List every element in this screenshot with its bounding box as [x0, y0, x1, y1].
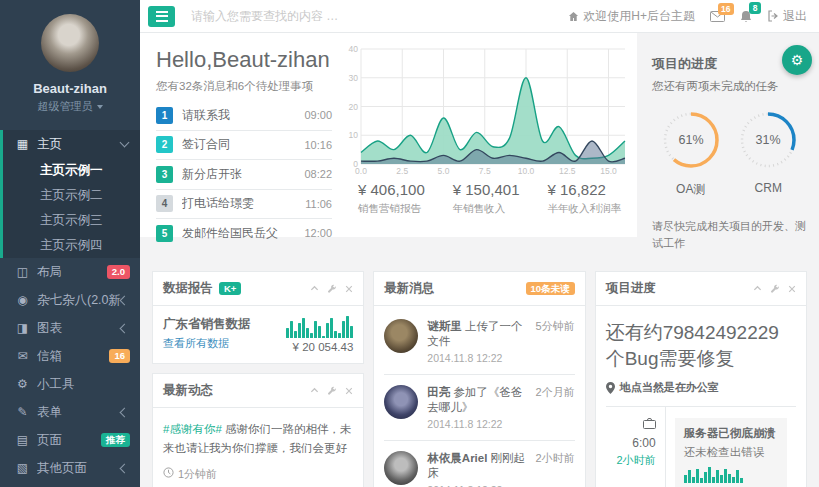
columns-icon: ◫ — [14, 265, 31, 279]
collapse-icon[interactable] — [310, 284, 319, 293]
message-item[interactable]: 田亮 参加了《爸爸去哪儿》2个月前2014.11.8 12:22 — [384, 375, 574, 441]
sidebar-item-label: 其他页面 — [37, 460, 121, 477]
todo-item[interactable]: 5发邮件给国民岳父12:00 — [156, 219, 332, 248]
envelope-icon: ✉ — [14, 349, 31, 363]
svg-text:10.0: 10.0 — [518, 166, 535, 176]
sidebar-subitem-4[interactable]: 主页示例四 — [3, 233, 140, 258]
svg-text:12.5: 12.5 — [559, 166, 576, 176]
sidebar-item-label: 小工具 — [37, 376, 130, 393]
sidebar-toggle-button[interactable] — [148, 6, 175, 27]
todo-item[interactable]: 4打电话给璟雯11:06 — [156, 190, 332, 220]
project-timeline-panel: 项目进度 还有约79842492229个Bug需要修复 地点当然是在办公室 6:… — [595, 271, 807, 487]
welcome-panel: Hello,Beaut-zihan 您有32条消息和6个待处理事项 1请联系我0… — [140, 33, 637, 237]
notifications-icon-button[interactable]: 8 — [740, 10, 752, 23]
sidebar-item-mailbox[interactable]: ✉信箱16 — [0, 342, 140, 370]
spark-bar — [330, 318, 333, 338]
briefcase-icon — [643, 418, 656, 432]
todo-badge: 4 — [156, 195, 173, 212]
sidebar-item-layout[interactable]: ◫布局2.0 — [0, 258, 140, 286]
spark-bar — [708, 467, 711, 483]
sidebar-subitem-2[interactable]: 主页示例二 — [3, 183, 140, 208]
svg-text:31%: 31% — [756, 133, 781, 147]
clock-icon — [163, 465, 174, 483]
spark-bar — [728, 474, 731, 484]
todo-time: 12:00 — [304, 227, 332, 239]
svg-text:5.0: 5.0 — [438, 166, 450, 176]
message-ago: 5分钟前 — [536, 319, 575, 349]
todo-time: 11:06 — [305, 198, 332, 210]
view-all-data-link[interactable]: 查看所有数据 — [163, 336, 229, 351]
welcome-subtitle: 您有32条消息和6个待处理事项 — [156, 79, 332, 94]
collapse-icon[interactable] — [753, 284, 762, 293]
sidebar-item-home[interactable]: ▦主页 — [3, 130, 140, 158]
notifications-badge: 8 — [749, 2, 761, 15]
sidebar-item-other-pages[interactable]: ▧其他页面 — [0, 454, 140, 482]
messages-badge: 16 — [718, 3, 734, 16]
message-item[interactable]: 谜斯里 上传了一个文件5分钟前2014.11.8 12:22 — [384, 316, 574, 375]
avatar[interactable] — [41, 14, 99, 72]
sidebar-item-misc[interactable]: ◉杂七杂八(2.0新增) — [0, 286, 140, 314]
user-role-dropdown[interactable]: 超级管理员 — [0, 99, 140, 114]
timeline-time: 6:00 — [606, 436, 656, 450]
sidebar-item-forms[interactable]: ✎表单 — [0, 398, 140, 426]
top-navbar: 欢迎使用H+后台主题 16 8 退出 — [140, 0, 819, 33]
close-icon[interactable] — [345, 285, 353, 293]
todo-badge: 3 — [156, 166, 173, 183]
settings-gear-button[interactable]: ⚙ — [782, 45, 812, 75]
sidebar-subitem-1[interactable]: 主页示例一 — [3, 158, 140, 183]
bug-count-heading: 还有约79842492229个Bug需要修复 — [606, 320, 796, 371]
spark-bar — [684, 475, 687, 483]
hashtag-link[interactable]: #感谢有你# — [163, 423, 225, 435]
svg-text:15.0: 15.0 — [600, 166, 617, 176]
todo-item[interactable]: 3新分店开张08:22 — [156, 160, 332, 190]
logout-button[interactable]: 退出 — [767, 8, 807, 25]
sidebar-item-ui-elements[interactable]: ◈UI元素 — [0, 482, 140, 487]
stat-item: ¥ 16,822半年收入利润率 — [548, 181, 622, 216]
spark-bar — [696, 469, 699, 483]
todo-label: 发邮件给国民岳父 — [182, 225, 295, 242]
message-author[interactable]: 谜斯里 — [427, 320, 462, 332]
chevron-left-icon — [120, 323, 130, 333]
sidebar-item-charts[interactable]: ◨图表 — [0, 314, 140, 342]
spark-bar — [286, 328, 289, 338]
project-progress-panel: ⚙ 项目的进度 您还有两项未完成的任务 61%OA测31%CRM 请尽快完成相关… — [637, 33, 819, 262]
message-text: 谜斯里 上传了一个文件 — [427, 319, 529, 349]
message-author[interactable]: 田亮 — [427, 386, 450, 398]
spark-bar — [720, 475, 723, 483]
search-input[interactable] — [189, 8, 568, 24]
todo-item[interactable]: 2签订合同10:16 — [156, 131, 332, 161]
wrench-icon[interactable] — [770, 284, 780, 294]
spark-bar — [700, 478, 703, 483]
message-author[interactable]: 林依晨Ariel — [427, 452, 487, 464]
spark-bar — [326, 323, 329, 338]
grid-icon: ▦ — [14, 137, 31, 151]
avatar[interactable] — [384, 385, 418, 419]
sidebar-item-widgets[interactable]: ⚙小工具 — [0, 370, 140, 398]
spark-bar — [740, 478, 743, 483]
todo-item[interactable]: 1请联系我09:00 — [156, 101, 332, 131]
stat-label: 销售营销报告 — [358, 202, 425, 216]
svg-text:2.5: 2.5 — [396, 166, 408, 176]
close-icon[interactable] — [345, 387, 353, 395]
messages-icon-button[interactable]: 16 — [710, 11, 725, 22]
spark-bar — [338, 333, 341, 338]
project-progress-note: 请尽快完成相关项目的开发、测试工作 — [652, 218, 807, 251]
close-icon[interactable] — [788, 285, 796, 293]
widget-icon: ⚙ — [14, 377, 31, 391]
svg-text:40: 40 — [349, 45, 359, 54]
todo-label: 新分店开张 — [182, 166, 295, 183]
collapse-icon[interactable] — [310, 386, 319, 395]
spark-bar — [342, 321, 345, 338]
map-pin-icon — [606, 382, 615, 394]
sidebar-item-pages[interactable]: ▤页面推荐 — [0, 426, 140, 454]
spark-bar — [314, 321, 317, 338]
avatar[interactable] — [384, 319, 418, 353]
stat-value: ¥ 16,822 — [548, 181, 622, 198]
sidebar-subitem-3[interactable]: 主页示例三 — [3, 208, 140, 233]
message-ago: 2小时前 — [536, 451, 575, 481]
wrench-icon[interactable] — [327, 284, 337, 294]
avatar[interactable] — [384, 451, 418, 485]
stat-value: ¥ 150,401 — [453, 181, 520, 198]
wrench-icon[interactable] — [327, 386, 337, 396]
message-item[interactable]: 林依晨Ariel 刚刚起床2小时前2014.11.8 12:22 — [384, 441, 574, 487]
